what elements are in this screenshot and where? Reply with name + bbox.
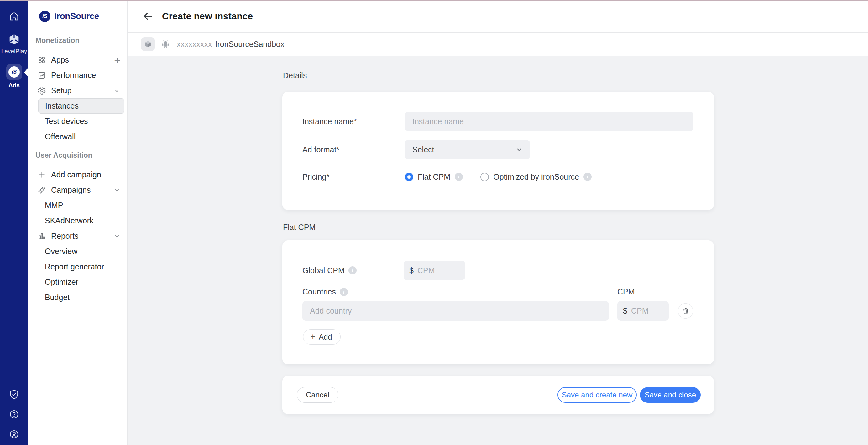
help-button[interactable] bbox=[0, 409, 28, 419]
home-button[interactable] bbox=[0, 11, 28, 22]
cpm-column-label: CPM bbox=[617, 287, 635, 296]
sidebar-item-instances[interactable]: Instances bbox=[38, 98, 124, 113]
divider bbox=[157, 38, 157, 51]
account-button[interactable] bbox=[0, 430, 28, 439]
sidebar-item-label: Setup bbox=[51, 86, 71, 95]
countries-label-group: Countries i bbox=[302, 287, 348, 296]
section-heading-monetization: Monetization bbox=[35, 36, 127, 45]
add-country-row-button[interactable]: + Add bbox=[303, 329, 341, 345]
cube-icon bbox=[144, 40, 152, 48]
add-country-input[interactable] bbox=[302, 301, 609, 321]
sidebar-item-test-devices[interactable]: Test devices bbox=[38, 113, 124, 129]
info-icon[interactable]: i bbox=[584, 173, 592, 181]
privacy-button[interactable] bbox=[0, 389, 28, 400]
pricing-row: Pricing* Flat CPM i Optimized by ironSou… bbox=[302, 169, 694, 185]
ironsource-ads-icon: iS bbox=[8, 66, 20, 78]
add-app-button[interactable]: + bbox=[114, 55, 120, 65]
chevron-down-icon[interactable] bbox=[114, 187, 120, 194]
back-button[interactable] bbox=[143, 11, 153, 22]
optimized-radio-label: Optimized by ironSource bbox=[493, 172, 579, 181]
sidebar-item-label: Report generator bbox=[45, 262, 104, 271]
home-icon bbox=[8, 11, 20, 22]
chevron-down-icon[interactable] bbox=[114, 87, 120, 94]
rail-item-label: Ads bbox=[8, 82, 20, 89]
trash-icon bbox=[682, 307, 689, 315]
sidebar-item-label: Add campaign bbox=[51, 170, 101, 179]
app-id: xxxxxxxxx bbox=[177, 40, 212, 49]
arrow-left-icon bbox=[143, 11, 153, 22]
instance-name-row: Instance name* bbox=[302, 112, 694, 131]
logo-monogram: iS bbox=[42, 13, 47, 20]
global-cpm-input[interactable] bbox=[417, 266, 459, 275]
plus-icon bbox=[38, 171, 46, 179]
save-and-create-new-button[interactable]: Save and create new bbox=[557, 387, 637, 403]
rail-item-levelplay[interactable]: LevelPlay bbox=[0, 33, 28, 55]
flat-cpm-section-title: Flat CPM bbox=[283, 223, 315, 232]
sidebar-item-offerwall[interactable]: Offerwall bbox=[38, 129, 124, 144]
instance-name-input[interactable] bbox=[405, 112, 693, 131]
dollar-sign: $ bbox=[409, 266, 414, 275]
details-card: Instance name* Ad format* Select Pricing… bbox=[282, 92, 714, 210]
save-and-close-button[interactable]: Save and close bbox=[640, 387, 701, 403]
ironsource-logo-icon: iS bbox=[39, 11, 51, 22]
optimized-radio[interactable] bbox=[480, 173, 489, 181]
sidebar-item-apps[interactable]: Apps + bbox=[28, 52, 127, 68]
country-cpm-input[interactable] bbox=[631, 306, 663, 315]
details-section-title: Details bbox=[283, 71, 307, 80]
ad-format-select[interactable]: Select bbox=[405, 140, 530, 159]
info-icon[interactable]: i bbox=[340, 288, 348, 296]
section-heading-user-acquisition: User Acquisition bbox=[35, 151, 127, 160]
pricing-option-optimized: Optimized by ironSource i bbox=[480, 172, 592, 181]
ad-format-selected-value: Select bbox=[412, 145, 434, 154]
sidebar-item-overview[interactable]: Overview bbox=[38, 244, 124, 259]
sidebar-item-skadnetwork[interactable]: SKAdNetwork bbox=[38, 213, 124, 229]
sidebar-item-mmp[interactable]: MMP bbox=[38, 198, 124, 213]
ad-format-row: Ad format* Select bbox=[302, 140, 694, 159]
shield-check-icon bbox=[9, 389, 20, 400]
flat-cpm-card: Global CPM i $ Countries i CPM $ + Add bbox=[282, 240, 714, 364]
sidebar-item-label: MMP bbox=[45, 201, 63, 210]
sidebar: iS ironSource Monetization Apps + Perfor… bbox=[28, 0, 127, 445]
form-actions-card: Cancel Save and create new Save and clos… bbox=[282, 376, 714, 414]
ad-format-label: Ad format* bbox=[302, 145, 405, 154]
help-icon bbox=[9, 409, 19, 419]
sidebar-item-campaigns[interactable]: Campaigns bbox=[28, 182, 127, 198]
sidebar-item-reports[interactable]: Reports bbox=[28, 229, 127, 244]
flat-cpm-radio-label: Flat CPM bbox=[418, 172, 450, 181]
ironsource-logo[interactable]: iS ironSource bbox=[39, 11, 127, 22]
sidebar-item-label: Overview bbox=[45, 247, 78, 256]
page-header: Create new instance bbox=[127, 0, 868, 33]
dollar-sign: $ bbox=[623, 306, 627, 315]
rocket-icon bbox=[38, 186, 46, 194]
global-cpm-label-group: Global CPM i bbox=[302, 261, 356, 280]
ads-active-tile: iS bbox=[6, 64, 22, 80]
bar-chart-icon bbox=[38, 232, 46, 240]
top-accent-line bbox=[0, 0, 868, 1]
sidebar-item-report-generator[interactable]: Report generator bbox=[38, 259, 124, 274]
main-content: Details Instance name* Ad format* Select… bbox=[127, 56, 868, 445]
sidebar-item-performance[interactable]: Performance bbox=[28, 68, 127, 83]
active-rail-pointer bbox=[24, 68, 28, 77]
cancel-button[interactable]: Cancel bbox=[297, 387, 338, 403]
sidebar-item-setup[interactable]: Setup bbox=[28, 83, 127, 98]
sidebar-item-optimizer[interactable]: Optimizer bbox=[38, 274, 124, 290]
delete-country-row-button[interactable] bbox=[678, 303, 693, 318]
sidebar-item-label: Instances bbox=[45, 101, 79, 110]
flat-cpm-radio[interactable] bbox=[405, 173, 413, 181]
sidebar-item-add-campaign[interactable]: Add campaign bbox=[28, 167, 127, 182]
pricing-option-flat-cpm: Flat CPM i bbox=[405, 172, 463, 181]
product-rail: LevelPlay iS Ads bbox=[0, 0, 28, 445]
info-icon[interactable]: i bbox=[455, 173, 463, 181]
global-cpm-label: Global CPM bbox=[302, 266, 345, 275]
sidebar-item-label: Apps bbox=[51, 56, 69, 65]
performance-chart-icon bbox=[38, 71, 46, 79]
sidebar-item-label: Optimizer bbox=[45, 278, 78, 287]
unity-levelplay-icon bbox=[8, 33, 20, 46]
sidebar-item-budget[interactable]: Budget bbox=[38, 290, 124, 305]
info-icon[interactable]: i bbox=[348, 266, 356, 274]
app-platform-button[interactable] bbox=[141, 37, 155, 51]
sidebar-item-label: Budget bbox=[45, 293, 69, 302]
sidebar-item-label: Campaigns bbox=[51, 185, 91, 195]
chevron-down-icon[interactable] bbox=[114, 233, 120, 240]
countries-label: Countries bbox=[302, 287, 336, 296]
